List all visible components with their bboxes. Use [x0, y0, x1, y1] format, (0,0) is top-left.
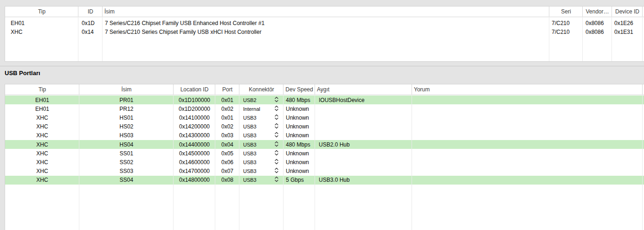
cell-tip: XHC [5, 29, 78, 35]
cell-location-id: 0x14100000 [174, 115, 215, 121]
cell-tip: XHC [5, 168, 79, 174]
cell-tip: EH01 [5, 20, 78, 26]
cell-isim: SS01 [79, 150, 174, 157]
cell-tip: XHC [5, 177, 79, 183]
cell-dev-speed: Unknown [283, 115, 315, 121]
column-header-tip[interactable]: Tip [5, 8, 78, 15]
port-row[interactable]: XHCHS040x144000000x04USB3480 MbpsUSB2.0 … [5, 140, 644, 149]
chevron-updown-icon [275, 105, 278, 113]
connector-dropdown-label: USB3 [239, 177, 257, 183]
cell-isim: SS02 [79, 159, 174, 166]
column-header-i-sim[interactable]: İsim [79, 86, 174, 93]
ports-table-header: TipİsimLocation IDPortKonnektörDev Speed… [5, 84, 644, 95]
section-title-usb-ports: USB Portları [5, 70, 40, 77]
cell-port: 0x03 [215, 132, 239, 139]
cell-port: 0x02 [215, 106, 239, 112]
chevron-updown-icon [275, 150, 278, 157]
column-header-tip[interactable]: Tip [5, 86, 79, 93]
cell-konnektor: USB3 [239, 149, 283, 158]
cell-dev-speed: 480 Mbps [283, 141, 315, 148]
cell-dev-speed: Unknown [283, 123, 315, 130]
cell-konnektor: USB3 [239, 113, 283, 122]
connector-dropdown[interactable]: USB3 [239, 149, 283, 158]
cell-location-id: 0x14600000 [174, 159, 215, 166]
cell-konnektor: USB3 [239, 131, 283, 140]
column-header-i-sim[interactable]: İsim [103, 8, 549, 15]
cell-location-id: 0x14700000 [174, 168, 215, 174]
cell-isim: HS04 [79, 141, 174, 148]
controllers-table-body: EH010x1D7 Series/C216 Chipset Family USB… [5, 17, 644, 36]
cell-isim: 7 Series/C216 Chipset Family USB Enhance… [103, 20, 549, 26]
cell-dev-speed: Unknown [283, 106, 315, 112]
cell-vendor: 0x8086 [583, 20, 612, 26]
cell-device-id: 0x1E26 [612, 20, 643, 26]
connector-dropdown[interactable]: USB3 [239, 131, 283, 140]
controllers-table-header: TipIDİsimSeriVendor…Device ID [5, 6, 644, 17]
connector-dropdown[interactable]: USB3 [239, 176, 283, 185]
connector-dropdown[interactable]: USB2 [239, 96, 283, 104]
connector-dropdown[interactable]: USB3 [239, 140, 283, 149]
port-row[interactable]: EH01PR010x1D1000000x01USB2480 MbpsIOUSBH… [5, 96, 644, 104]
cell-tip: XHC [5, 141, 79, 148]
cell-aygit: USB2.0 Hub [315, 141, 412, 148]
cell-port: 0x02 [215, 123, 239, 130]
controller-row[interactable]: XHC0x147 Series/C210 Series Chipset Fami… [5, 27, 644, 36]
connector-dropdown-label: USB3 [239, 133, 257, 138]
connector-dropdown[interactable]: USB3 [239, 122, 283, 131]
cell-location-id: 0x1D200000 [174, 106, 215, 112]
connector-dropdown[interactable]: USB3 [239, 113, 283, 122]
column-header-port[interactable]: Port [215, 86, 239, 93]
column-header-device-id[interactable]: Device ID [612, 8, 643, 15]
connector-dropdown-label: USB3 [239, 124, 257, 129]
cell-konnektor: USB3 [239, 176, 283, 185]
cell-port: 0x01 [215, 115, 239, 121]
cell-vendor: 0x8086 [583, 29, 612, 35]
port-row[interactable]: XHCSS030x147000000x07USB3Unknown [5, 167, 644, 176]
column-header-vendor[interactable]: Vendor… [583, 8, 612, 15]
connector-dropdown[interactable]: USB3 [239, 167, 283, 176]
port-row[interactable]: XHCHS020x142000000x02USB3Unknown [5, 122, 644, 131]
cell-location-id: 0x14200000 [174, 123, 215, 130]
cell-isim: HS01 [79, 115, 174, 121]
chevron-updown-icon [275, 176, 278, 184]
section-divider [0, 66, 644, 66]
column-header-konnektor[interactable]: Konnektör [239, 86, 283, 93]
chevron-updown-icon [275, 123, 278, 130]
chevron-updown-icon [275, 159, 278, 166]
chevron-updown-icon [275, 114, 278, 121]
ports-table-body: EH01PR010x1D1000000x01USB2480 MbpsIOUSBH… [5, 95, 644, 185]
port-row[interactable]: XHCSS010x145000000x05USB3Unknown [5, 149, 644, 158]
cell-aygit: IOUSBHostDevice [315, 97, 412, 103]
cell-konnektor: USB3 [239, 122, 283, 131]
cell-tip: EH01 [5, 97, 79, 103]
column-header-yorum[interactable]: Yorum [412, 86, 643, 93]
cell-seri: 7/C210 [549, 20, 583, 26]
cell-location-id: 0x14800000 [174, 177, 215, 183]
connector-dropdown[interactable]: Internal [239, 104, 283, 113]
cell-dev-speed: 480 Mbps [283, 97, 315, 103]
controllers-table: TipIDİsimSeriVendor…Device ID EH010x1D7 … [5, 6, 644, 62]
connector-dropdown-label: USB3 [239, 142, 257, 147]
cell-isim: PR12 [79, 106, 174, 112]
cell-isim: SS04 [79, 177, 174, 183]
port-row[interactable]: XHCSS040x148000000x08USB35 GbpsUSB3.0 Hu… [5, 176, 644, 185]
column-header-dev-speed[interactable]: Dev Speed [283, 86, 315, 93]
cell-seri: 7/C210 [549, 29, 583, 35]
connector-dropdown[interactable]: USB3 [239, 158, 283, 166]
port-row[interactable]: XHCHS030x143000000x03USB3Unknown [5, 131, 644, 140]
cell-dev-speed: 5 Gbps [283, 177, 315, 183]
cell-port: 0x04 [215, 141, 239, 148]
port-row[interactable]: XHCHS010x141000000x01USB3Unknown [5, 113, 644, 122]
column-header-seri[interactable]: Seri [549, 8, 583, 15]
cell-konnektor: Internal [239, 104, 283, 113]
port-row[interactable]: EH01PR120x1D2000000x02InternalUnknown [5, 104, 644, 113]
column-header-aygit[interactable]: Aygıt [315, 86, 412, 93]
controller-row[interactable]: EH010x1D7 Series/C216 Chipset Family USB… [5, 19, 644, 27]
cell-location-id: 0x1D100000 [174, 97, 215, 103]
cell-tip: XHC [5, 132, 79, 139]
port-row[interactable]: XHCSS020x146000000x06USB3Unknown [5, 158, 644, 166]
column-header-id[interactable]: ID [78, 8, 103, 15]
column-header-location-id[interactable]: Location ID [174, 86, 215, 93]
cell-dev-speed: Unknown [283, 159, 315, 166]
cell-dev-speed: Unknown [283, 168, 315, 174]
